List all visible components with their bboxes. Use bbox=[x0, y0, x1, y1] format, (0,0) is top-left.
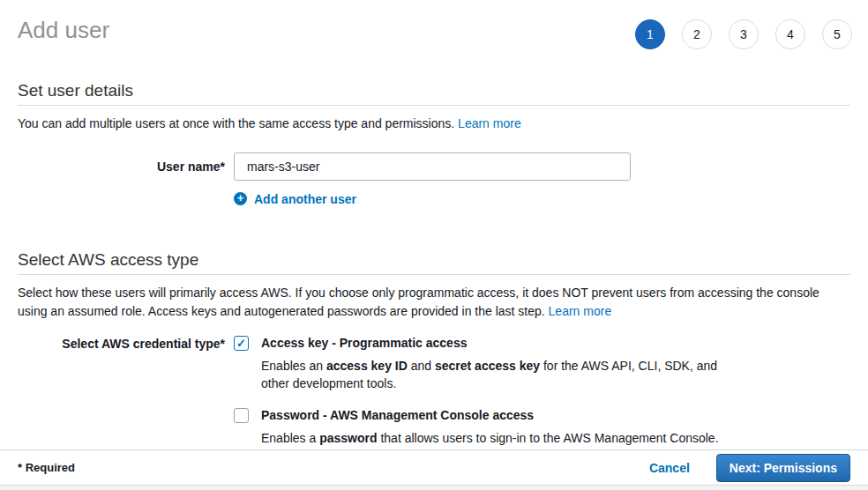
desc-bold: access key ID bbox=[326, 359, 408, 373]
step-3: 3 bbox=[729, 19, 759, 49]
learn-more-link-access-type[interactable]: Learn more bbox=[549, 304, 612, 318]
credential-options: Access key - Programmatic access Enables… bbox=[234, 336, 850, 447]
wizard-step-indicator: 1 2 3 4 5 bbox=[635, 19, 852, 49]
desc-text: Enables a bbox=[261, 431, 319, 445]
credential-type-row: Select AWS credential type* Access key -… bbox=[18, 336, 850, 447]
set-user-details-section: Set user details You can add multiple us… bbox=[18, 81, 850, 206]
user-details-intro: You can add multiple users at once with … bbox=[18, 115, 850, 134]
desc-text: and bbox=[408, 359, 435, 373]
password-option-title: Password - AWS Management Console access bbox=[261, 408, 719, 423]
bottom-strip bbox=[0, 485, 868, 490]
access-key-option-title: Access key - Programmatic access bbox=[261, 336, 748, 351]
access-type-intro-text: Select how these users will primarily ac… bbox=[18, 286, 819, 319]
wizard-footer: * Required Cancel Next: Permissions bbox=[0, 449, 868, 485]
desc-bold: password bbox=[319, 431, 377, 445]
access-key-checkbox[interactable] bbox=[234, 336, 249, 351]
username-input[interactable] bbox=[234, 152, 631, 181]
required-note: * Required bbox=[18, 461, 75, 474]
section-divider bbox=[18, 274, 850, 275]
password-checkbox[interactable] bbox=[234, 408, 249, 423]
plus-circle-icon bbox=[234, 192, 247, 205]
credential-type-label: Select AWS credential type* bbox=[18, 336, 234, 351]
step-2: 2 bbox=[682, 19, 712, 49]
desc-bold: secret access key bbox=[435, 359, 540, 373]
select-access-type-section: Select AWS access type Select how these … bbox=[18, 250, 850, 447]
step-4: 4 bbox=[775, 19, 805, 49]
add-another-user-button[interactable]: Add another user bbox=[234, 192, 356, 206]
access-type-intro: Select how these users will primarily ac… bbox=[18, 284, 850, 322]
password-option-text: Password - AWS Management Console access… bbox=[261, 408, 719, 447]
option-access-key: Access key - Programmatic access Enables… bbox=[234, 336, 850, 392]
step-5: 5 bbox=[822, 19, 852, 49]
add-another-user-label: Add another user bbox=[254, 192, 356, 206]
access-key-option-text: Access key - Programmatic access Enables… bbox=[261, 336, 748, 392]
cancel-button[interactable]: Cancel bbox=[649, 461, 690, 475]
add-user-page: Add user 1 2 3 4 5 Set user details You … bbox=[0, 0, 868, 447]
desc-text: Enables an bbox=[261, 359, 326, 373]
step-1: 1 bbox=[635, 19, 665, 49]
username-row: User name* bbox=[18, 152, 850, 181]
access-key-option-description: Enables an access key ID and secret acce… bbox=[261, 357, 748, 392]
learn-more-link-user-details[interactable]: Learn more bbox=[458, 116, 521, 130]
username-label: User name* bbox=[18, 160, 234, 174]
section-heading-user-details: Set user details bbox=[18, 81, 850, 100]
desc-text: that allows users to sign-in to the AWS … bbox=[378, 431, 719, 445]
user-details-intro-text: You can add multiple users at once with … bbox=[18, 116, 454, 130]
page-header: Add user 1 2 3 4 5 bbox=[18, 0, 850, 42]
section-divider bbox=[18, 105, 850, 106]
option-password: Password - AWS Management Console access… bbox=[234, 408, 850, 447]
next-permissions-button[interactable]: Next: Permissions bbox=[716, 454, 850, 482]
password-option-description: Enables a password that allows users to … bbox=[261, 429, 719, 447]
footer-actions: Cancel Next: Permissions bbox=[649, 454, 850, 482]
section-heading-access-type: Select AWS access type bbox=[18, 250, 850, 270]
